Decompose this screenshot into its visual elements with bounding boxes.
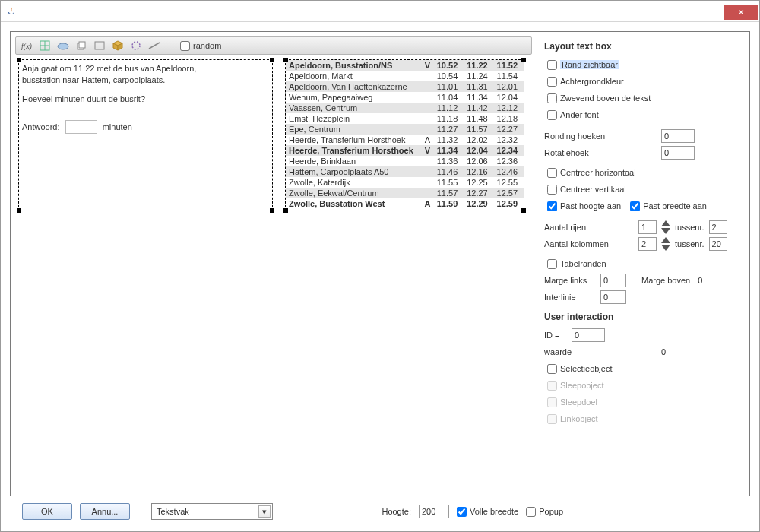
rect-icon[interactable] [93, 40, 106, 52]
table-row: Epe, Centrum11.2711.5712.27 [286, 124, 524, 135]
rotatie-input[interactable] [661, 146, 695, 160]
svg-line-11 [149, 43, 160, 49]
table-row: Apeldoorn, Van Haeftenkazerne11.0111.311… [286, 81, 524, 92]
random-label: random [193, 41, 221, 50]
answer-unit: minuten [103, 122, 132, 131]
centreer-v-checkbox[interactable]: Centreer vertikaal [547, 185, 626, 195]
marge-boven-input[interactable] [695, 274, 720, 287]
table-row: Apeldoorn, Busstation/NSV10.5211.2211.52 [286, 60, 524, 71]
table-row: Heerde, Brinklaan11.3612.0612.36 [286, 156, 524, 166]
svg-rect-5 [79, 42, 85, 48]
hoogte-label: Hoogte: [382, 507, 411, 516]
java-icon [5, 5, 17, 17]
table-row: Emst, Hezeplein11.1811.4812.18 [286, 113, 524, 124]
ander-font-checkbox[interactable]: Ander font [547, 110, 599, 120]
answer-input[interactable] [65, 120, 97, 134]
centreer-h-checkbox[interactable]: Centreer horizontaal [547, 168, 636, 178]
waarde-value: 0 [661, 347, 666, 356]
table-row: Zwolle, Katerdijk11.5512.2512.55 [286, 177, 524, 188]
table-row: Hattem, Carpoolplaats A5011.4612.1612.46 [286, 166, 524, 177]
line-icon[interactable] [148, 40, 160, 52]
ronding-label: Ronding hoeken [544, 131, 657, 141]
textbox-schedule[interactable]: Apeldoorn, Busstation/NSV10.5211.2211.52… [285, 59, 524, 211]
table-row: Zwolle, Eekwal/Centrum11.5712.2712.57 [286, 188, 524, 198]
svg-point-10 [132, 42, 140, 49]
sleepdoel-checkbox: Sleepdoel [547, 397, 597, 407]
aantal-rijen-label: Aantal rijen [544, 223, 634, 232]
side-panel: Layout text box Rand zichtbaar Achtergro… [538, 36, 745, 491]
close-button[interactable]: × [724, 5, 758, 20]
zwevend-checkbox[interactable]: Zwevend boven de tekst [547, 93, 651, 103]
waarde-label: waarde [544, 347, 657, 356]
dialog-window: × f(x) random [0, 0, 760, 532]
tussenr2-label: tussenr. [675, 239, 705, 249]
schedule-table: Apeldoorn, Busstation/NSV10.5211.2211.52… [286, 60, 524, 209]
random-checkbox[interactable]: random [180, 41, 221, 51]
ring-icon[interactable] [130, 40, 142, 52]
past-hoogte-checkbox[interactable]: Past hoogte aan [547, 201, 621, 211]
titlebar: × [1, 1, 759, 22]
question-line2: busstation naar Hattem, carpoolplaats. [22, 74, 269, 86]
tabelranden-checkbox[interactable]: Tabelranden [547, 259, 606, 269]
layers-icon[interactable] [75, 40, 87, 52]
selectieobject-checkbox[interactable]: Selectieobject [547, 364, 613, 374]
answer-label: Antwoord: [22, 122, 60, 131]
cancel-button[interactable]: Annu... [80, 503, 130, 520]
achtergrondkleur-checkbox[interactable]: Achtergrondkleur [547, 77, 624, 87]
volle-breedte-checkbox[interactable]: Volle breedte [457, 507, 518, 517]
table-row: Vaassen, Centrum11.1211.4212.12 [286, 103, 524, 113]
combo-value: Tekstvak [157, 507, 189, 516]
cube-icon[interactable] [112, 40, 124, 52]
table-row: Heerde, Transferium HorsthoekA11.3212.02… [286, 135, 524, 145]
canvas-column: f(x) random [15, 36, 532, 491]
answer-row: Antwoord: minuten [22, 120, 269, 134]
svg-point-3 [58, 43, 68, 49]
ok-button[interactable]: OK [22, 503, 72, 520]
aantal-kol-label: Aantal kolommen [544, 239, 634, 249]
main-panel: f(x) random [10, 31, 750, 496]
content-area: f(x) random [1, 22, 759, 531]
toolbar: f(x) random [15, 36, 532, 55]
aantal-rijen-input[interactable] [638, 220, 657, 234]
table-row: Wenum, Papegaaiweg11.0411.3412.04 [286, 92, 524, 103]
tussenr2-input[interactable] [709, 237, 727, 251]
past-breedte-checkbox[interactable]: Past breedte aan [630, 201, 707, 211]
footer: OK Annu... Tekstvak ▾ Hoogte: Volle bree… [10, 496, 750, 527]
layout-title: Layout text box [544, 41, 743, 52]
fx-icon[interactable]: f(x) [21, 40, 33, 52]
hoogte-input[interactable] [419, 505, 449, 518]
tussenr1-input[interactable] [709, 220, 727, 234]
table-row: Heerde, Transferium HorsthoekV11.3412.04… [286, 145, 524, 156]
cloud-icon[interactable] [57, 40, 69, 52]
table-row: Zwolle, Busstation WestA11.5912.2912.59 [286, 198, 524, 209]
marge-links-label: Marge links [544, 276, 596, 285]
interlinie-label: Interlinie [544, 293, 596, 302]
marge-boven-label: Marge boven [641, 276, 690, 285]
canvas[interactable]: Anja gaat om 11:22 met de bus van Apeldo… [15, 56, 532, 491]
aantal-kol-input[interactable] [638, 237, 657, 251]
grid-icon[interactable] [39, 40, 51, 52]
close-icon: × [738, 7, 744, 17]
kol-spinner[interactable] [661, 237, 670, 251]
svg-rect-6 [95, 42, 104, 49]
linkobject-checkbox: Linkobject [547, 414, 598, 424]
tussenr1-label: tussenr. [675, 223, 705, 232]
textbox-question[interactable]: Anja gaat om 11:22 met de bus van Apeldo… [18, 59, 273, 211]
marge-links-input[interactable] [600, 274, 626, 287]
ronding-input[interactable] [661, 129, 695, 143]
user-interaction-title: User interaction [544, 312, 743, 322]
sleepobject-checkbox: Sleepobject [547, 381, 604, 391]
rand-zichtbaar-checkbox[interactable]: Rand zichtbaar [547, 60, 619, 70]
popup-checkbox[interactable]: Popup [526, 507, 563, 517]
question-line1: Anja gaat om 11:22 met de bus van Apeldo… [22, 63, 269, 74]
type-combo[interactable]: Tekstvak ▾ [151, 503, 273, 520]
table-row: Apeldoorn, Markt10.5411.2411.54 [286, 71, 524, 81]
id-label: ID = [544, 331, 567, 340]
interlinie-input[interactable] [600, 290, 626, 304]
question-text: Hoeveel minuten duurt de busrit? [22, 93, 269, 105]
id-input[interactable] [572, 328, 605, 342]
rotatie-label: Rotatiehoek [544, 148, 657, 157]
chevron-down-icon: ▾ [258, 505, 271, 518]
rijen-spinner[interactable] [661, 220, 670, 234]
